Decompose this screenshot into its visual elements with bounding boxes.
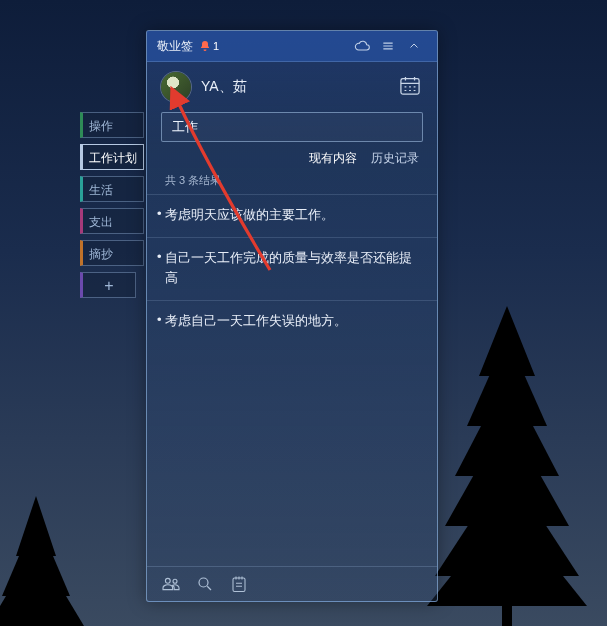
sidetab-operate[interactable]: 操作 xyxy=(80,112,144,138)
notes-button[interactable] xyxy=(229,574,249,594)
collapse-button[interactable] xyxy=(401,31,427,61)
list-item[interactable]: 自己一天工作完成的质量与效率是否还能提高 xyxy=(147,237,437,300)
footer-bar xyxy=(147,566,437,601)
list-item[interactable]: 考虑明天应该做的主要工作。 xyxy=(147,194,437,237)
tree-silhouette-small xyxy=(0,486,120,626)
sync-button[interactable] xyxy=(349,31,375,61)
sidetab-life[interactable]: 生活 xyxy=(80,176,144,202)
search-input[interactable] xyxy=(170,119,414,136)
notification-count: 1 xyxy=(213,40,219,52)
desktop-background: 操作 工作计划 生活 支出 摘抄 + 敬业签 1 YA xyxy=(0,0,607,626)
contacts-icon xyxy=(161,576,181,592)
search-button[interactable] xyxy=(195,574,215,594)
result-subtabs: 现有内容 历史记录 xyxy=(147,142,437,169)
notification-badge[interactable]: 1 xyxy=(199,40,219,52)
tree-silhouette xyxy=(427,306,587,626)
user-row: YA、茹 xyxy=(147,62,437,112)
sidetab-work-plan[interactable]: 工作计划 xyxy=(80,144,144,170)
subtab-current[interactable]: 现有内容 xyxy=(309,150,357,167)
sidetab-add[interactable]: + xyxy=(80,272,136,298)
list-item[interactable]: 考虑自己一天工作失误的地方。 xyxy=(147,300,437,343)
app-window: 敬业签 1 YA、茹 xyxy=(146,30,438,602)
calendar-icon xyxy=(399,76,421,96)
menu-lines-icon xyxy=(381,39,395,53)
notepad-icon xyxy=(231,575,247,593)
results-list: 考虑明天应该做的主要工作。 自己一天工作完成的质量与效率是否还能提高 考虑自己一… xyxy=(147,194,437,566)
subtab-history[interactable]: 历史记录 xyxy=(371,150,419,167)
svg-point-1 xyxy=(199,578,208,587)
search-icon xyxy=(196,575,214,593)
sidetab-excerpt[interactable]: 摘抄 xyxy=(80,240,144,266)
cloud-sync-icon xyxy=(354,38,370,54)
sidetab-expense[interactable]: 支出 xyxy=(80,208,144,234)
calendar-button[interactable] xyxy=(399,76,423,98)
category-tabs: 操作 工作计划 生活 支出 摘抄 + xyxy=(80,112,144,298)
results-count: 共 3 条结果 xyxy=(147,169,437,194)
title-bar: 敬业签 1 xyxy=(147,31,437,62)
chevron-up-icon xyxy=(408,40,420,52)
search-wrap xyxy=(147,112,437,142)
search-box[interactable] xyxy=(161,112,423,142)
menu-button[interactable] xyxy=(375,31,401,61)
user-name: YA、茹 xyxy=(201,78,389,96)
app-title: 敬业签 xyxy=(157,38,193,55)
svg-rect-2 xyxy=(233,578,245,592)
avatar[interactable] xyxy=(161,72,191,102)
contacts-button[interactable] xyxy=(161,574,181,594)
bell-icon xyxy=(199,40,211,52)
